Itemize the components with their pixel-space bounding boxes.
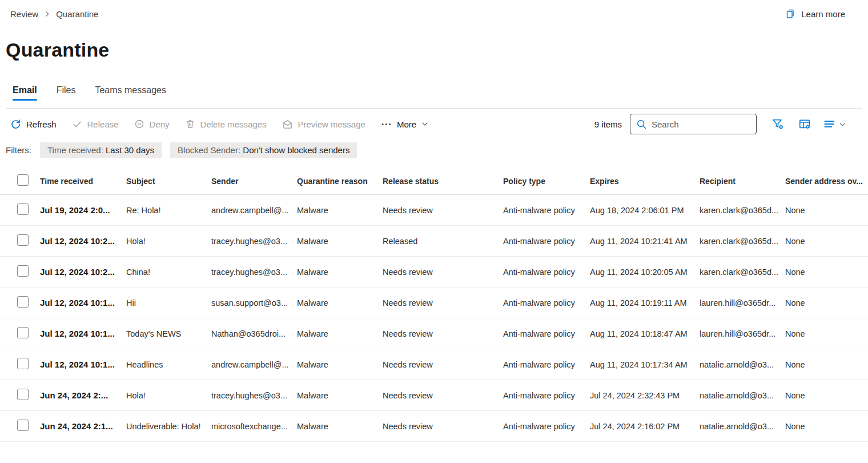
table-row[interactable]: Jul 12, 2024 10:1...Headlinesandrew.camp… [0,349,868,380]
row-checkbox[interactable] [17,296,29,308]
table-row[interactable]: Jul 12, 2024 10:1...Hiisusan.support@o3.… [0,288,868,318]
table-row[interactable]: Jul 12, 2024 10:1...Today's NEWSNathan@o… [0,318,868,349]
column-header-quarantine-reason[interactable]: Quarantine reason [297,177,383,186]
row-checkbox[interactable] [17,234,29,246]
cell-release_status: Needs review [383,268,503,277]
table-body: Jul 19, 2024 2:0...Re: Hola!andrew.campb… [0,195,868,442]
more-button[interactable]: More [381,119,428,130]
cell-release_status: Needs review [383,329,503,338]
row-checkbox[interactable] [17,389,29,400]
column-header-time-received[interactable]: Time received [40,177,126,186]
filter-chip-time-received[interactable]: Time received: Last 30 days [40,142,162,158]
preview-message-button[interactable]: Preview message [282,119,365,130]
cell-policy_type: Anti-malware policy [503,237,590,246]
list-lines-icon [823,118,835,130]
cell-sender: susan.support@o3... [211,298,297,308]
filter-settings-icon [771,118,784,130]
column-header-subject[interactable]: Subject [126,177,211,186]
cell-subject: Hii [126,298,211,308]
cell-time_received: Jul 12, 2024 10:1... [40,360,126,369]
cell-recipient: lauren.hill@o365dr... [700,329,785,338]
table-header: Time receivedSubjectSenderQuarantine rea… [0,167,868,195]
refresh-label: Refresh [26,119,57,129]
more-label: More [397,119,416,129]
row-checkbox[interactable] [17,265,29,277]
cell-sender_override: None [785,422,868,431]
filters-label: Filters: [6,145,31,155]
chip-name: Blocked Sender: [178,145,243,155]
row-checkbox[interactable] [17,327,29,338]
column-header-sender-address-ov[interactable]: Sender address ov... [785,177,868,186]
items-count: 9 items [594,119,622,129]
select-all-checkbox[interactable] [17,174,29,186]
search-icon [636,119,647,130]
cell-quarantine_reason: Malware [297,329,383,338]
row-checkbox-cell [17,234,40,248]
tab-files[interactable]: Files [57,85,76,101]
deny-label: Deny [150,119,170,129]
column-header-sender[interactable]: Sender [211,177,297,186]
cell-sender: andrew.campbell@... [211,206,297,215]
cell-policy_type: Anti-malware policy [503,206,590,215]
cell-quarantine_reason: Malware [297,268,383,277]
breadcrumb-review[interactable]: Review [10,9,38,19]
column-header-expires[interactable]: Expires [590,177,700,186]
toolbar: Refresh Release Deny Delete me [0,109,868,139]
cell-recipient: karen.clark@o365d... [700,268,785,277]
header-checkbox-cell [17,174,40,187]
envelope-icon [282,119,293,130]
row-checkbox-cell [17,420,40,433]
cell-sender: tracey.hughes@o3... [211,237,297,246]
cell-release_status: Needs review [383,422,503,431]
table-row[interactable]: Jul 19, 2024 2:0...Re: Hola!andrew.campb… [0,195,868,226]
search-input[interactable] [652,119,750,129]
tab-email[interactable]: Email [13,85,37,101]
breadcrumb-quarantine[interactable]: Quarantine [56,9,98,19]
column-header-policy-type[interactable]: Policy type [503,177,590,186]
row-checkbox[interactable] [17,420,29,431]
cell-quarantine_reason: Malware [297,360,383,369]
tab-teams-messages[interactable]: Teams messages [95,85,166,101]
cell-time_received: Jun 24, 2024 2:... [40,390,126,400]
more-dots-icon [381,119,392,130]
filter-button[interactable] [769,115,786,133]
cell-quarantine_reason: Malware [297,237,383,246]
filter-chip-blocked-sender[interactable]: Blocked Sender: Don't show blocked sende… [170,142,357,158]
learn-more-link[interactable]: Learn more [785,8,845,19]
cell-policy_type: Anti-malware policy [503,298,590,308]
table-row[interactable]: Jul 12, 2024 10:2...China!tracey.hughes@… [0,257,868,288]
cell-recipient: natalie.arnold@o3... [700,391,785,400]
refresh-button[interactable]: Refresh [10,119,57,130]
row-checkbox[interactable] [17,203,29,215]
cell-release_status: Released [383,237,503,246]
cell-release_status: Needs review [383,298,503,308]
cell-time_received: Jul 19, 2024 2:0... [40,205,126,215]
cell-sender_override: None [785,298,868,308]
cell-recipient: karen.clark@o365d... [700,206,785,215]
row-checkbox[interactable] [17,358,29,369]
top-bar: Review Quarantine Learn more [0,0,868,19]
cell-expires: Aug 11, 2024 10:21:41 AM [590,237,700,246]
deny-button[interactable]: Deny [134,119,170,129]
delete-messages-label: Delete messages [200,119,267,129]
search-box[interactable] [630,114,757,134]
column-header-recipient[interactable]: Recipient [700,177,785,186]
cell-policy_type: Anti-malware policy [503,360,590,369]
table-row[interactable]: Jun 24, 2024 2:...Hola!tracey.hughes@o3.… [0,380,868,411]
delete-messages-button[interactable]: Delete messages [185,119,267,129]
preview-message-label: Preview message [298,119,365,129]
column-header-release-status[interactable]: Release status [383,177,503,186]
cell-quarantine_reason: Malware [297,298,383,308]
cell-expires: Aug 11, 2024 10:19:11 AM [590,298,700,308]
release-button[interactable]: Release [72,119,119,129]
chevron-down-icon [421,121,428,127]
row-checkbox-cell [17,358,40,371]
customize-columns-button[interactable] [796,115,813,133]
group-by-button[interactable] [823,118,846,130]
check-icon [72,119,82,129]
table-row[interactable]: Jul 12, 2024 10:2...Hola!tracey.hughes@o… [0,226,868,257]
table-row[interactable]: Jun 24, 2024 2:1...Undeliverable: Hola!m… [0,411,868,442]
cell-release_status: Needs review [383,391,503,400]
cell-time_received: Jun 24, 2024 2:1... [40,421,126,431]
cell-sender_override: None [785,391,868,400]
